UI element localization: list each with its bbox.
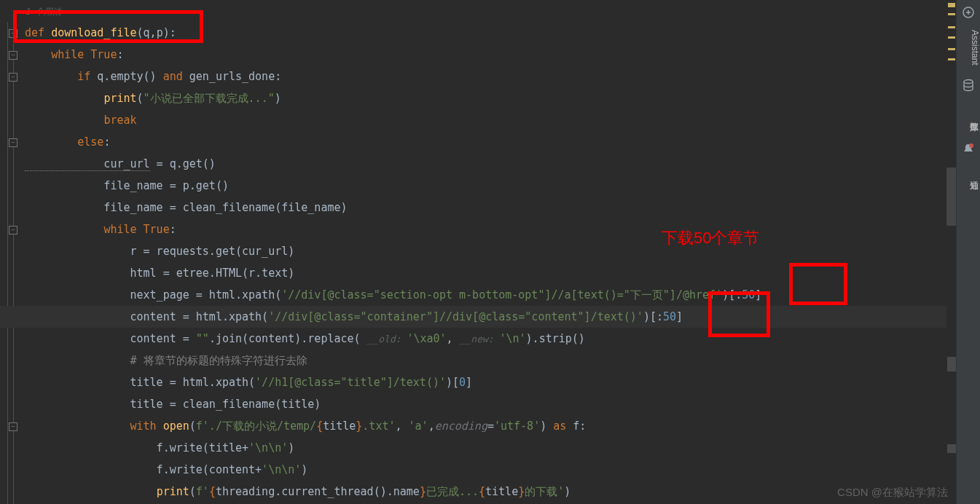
code-line[interactable]: while True: bbox=[0, 218, 957, 240]
code-line[interactable]: f.write(title+'\n\n') bbox=[0, 437, 957, 459]
sidebar-tab-database[interactable]: 数据库 bbox=[957, 95, 980, 135]
annotation-text: 下载50个章节 bbox=[662, 227, 759, 249]
code-line[interactable]: while True: bbox=[0, 44, 957, 66]
sidebar-tab-assistant[interactable]: Assistant bbox=[957, 22, 980, 73]
notification-icon[interactable] bbox=[962, 143, 975, 156]
code-line[interactable]: break bbox=[0, 109, 957, 131]
code-line[interactable]: cur_url = q.get() bbox=[0, 153, 957, 175]
code-line[interactable]: print(f'{threading.current_thread().name… bbox=[0, 481, 957, 503]
sidebar-tab-notifications[interactable]: 通知 bbox=[957, 159, 980, 189]
code-line[interactable]: file_name = p.get() bbox=[0, 175, 957, 197]
right-toolbar: Assistant 数据库 通知 bbox=[956, 0, 980, 504]
assistant-icon[interactable] bbox=[962, 6, 975, 19]
svg-point-1 bbox=[964, 80, 973, 84]
code-line[interactable]: r = requests.get(cur_url) bbox=[0, 240, 957, 262]
code-line[interactable]: content = "".join(content).replace( __ol… bbox=[0, 328, 957, 350]
code-line[interactable]: content = html.xpath('//div[@class="cont… bbox=[0, 306, 957, 328]
watermark: CSDN @在猴站学算法 bbox=[837, 486, 948, 500]
code-line[interactable]: else: bbox=[0, 131, 957, 153]
code-line[interactable]: # 将章节的标题的特殊字符进行去除 bbox=[0, 350, 957, 371]
annotation-box-slice-2 bbox=[708, 291, 770, 337]
error-stripe[interactable] bbox=[946, 0, 957, 504]
annotation-box-slice-1 bbox=[789, 263, 847, 305]
annotation-box-fn-def bbox=[13, 10, 203, 43]
database-icon[interactable] bbox=[962, 79, 975, 92]
code-line[interactable]: file_name = clean_filename(file_name) bbox=[0, 197, 957, 218]
code-line[interactable]: print("小说已全部下载完成...") bbox=[0, 87, 957, 109]
code-line[interactable]: title = html.xpath('//h1[@class="title"]… bbox=[0, 371, 957, 393]
code-line[interactable]: f.write(content+'\n\n') bbox=[0, 459, 957, 481]
code-line[interactable]: with open(f'./下载的小说/temp/{title}.txt', '… bbox=[0, 415, 957, 437]
code-line[interactable]: title = clean_filename(title) bbox=[0, 393, 957, 415]
svg-point-2 bbox=[969, 143, 973, 148]
code-line[interactable]: if q.empty() and gen_urls_done: bbox=[0, 66, 957, 87]
code-editor[interactable]: − − − − − − 1 个用法 def download_file(q,p)… bbox=[0, 0, 957, 504]
